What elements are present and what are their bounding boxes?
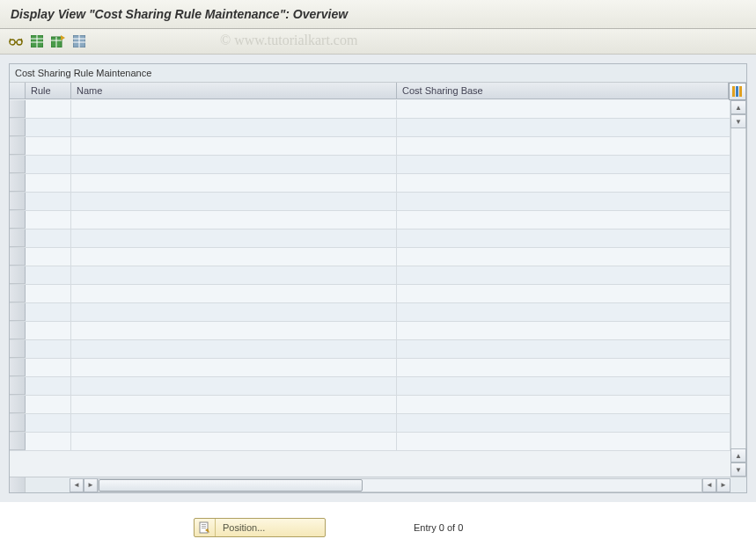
cell-base[interactable] (397, 211, 730, 229)
row-selector-header[interactable] (10, 83, 26, 98)
row-selector[interactable] (10, 414, 26, 432)
row-selector[interactable] (10, 285, 26, 302)
cell-base[interactable] (397, 229, 730, 247)
table-row[interactable] (10, 322, 730, 340)
row-selector[interactable] (10, 137, 26, 155)
row-selector[interactable] (10, 193, 26, 210)
cell-name[interactable] (71, 211, 397, 229)
cell-base[interactable] (397, 396, 730, 413)
cell-rule[interactable] (26, 137, 71, 155)
display-change-button[interactable] (7, 33, 25, 50)
table-row[interactable] (10, 266, 730, 285)
cell-name[interactable] (71, 156, 397, 173)
table-row[interactable] (10, 119, 730, 137)
position-button[interactable]: Position... (194, 518, 326, 537)
cell-base[interactable] (397, 119, 730, 136)
table-row[interactable] (10, 193, 730, 211)
table-row[interactable] (10, 100, 730, 119)
cell-name[interactable] (71, 340, 397, 358)
cell-rule[interactable] (26, 396, 71, 413)
scroll-down-button-bottom[interactable]: ▼ (730, 463, 746, 477)
cell-name[interactable] (71, 359, 397, 376)
cell-base[interactable] (397, 414, 730, 432)
cell-rule[interactable] (26, 119, 71, 136)
cell-rule[interactable] (26, 414, 71, 432)
cell-name[interactable] (71, 433, 397, 450)
cell-name[interactable] (71, 303, 397, 321)
cell-name[interactable] (71, 322, 397, 339)
cell-base[interactable] (397, 156, 730, 173)
row-selector[interactable] (10, 359, 26, 376)
table-row[interactable] (10, 303, 730, 322)
deselect-all-button[interactable] (49, 33, 67, 50)
cell-name[interactable] (71, 137, 397, 155)
scroll-left-end-button[interactable]: ◄ (702, 478, 716, 492)
table-row[interactable] (10, 285, 730, 303)
cell-base[interactable] (397, 266, 730, 284)
cell-rule[interactable] (26, 340, 71, 358)
cell-rule[interactable] (26, 229, 71, 247)
table-settings-button[interactable] (729, 83, 746, 100)
cell-rule[interactable] (26, 174, 71, 192)
row-selector[interactable] (10, 248, 26, 266)
cell-base[interactable] (397, 303, 730, 321)
table-row[interactable] (10, 137, 730, 156)
cell-name[interactable] (71, 414, 397, 432)
cell-name[interactable] (71, 266, 397, 284)
cell-base[interactable] (397, 100, 730, 118)
cell-base[interactable] (397, 285, 730, 302)
table-row[interactable] (10, 156, 730, 174)
cell-rule[interactable] (26, 156, 71, 173)
scroll-left-button[interactable]: ◄ (70, 478, 84, 492)
row-selector[interactable] (10, 211, 26, 229)
horizontal-scrollbar-thumb[interactable] (99, 479, 363, 492)
cell-base[interactable] (397, 433, 730, 450)
cell-name[interactable] (71, 229, 397, 247)
scroll-up-button[interactable]: ▲ (730, 100, 746, 114)
scroll-right-end-button[interactable]: ► (716, 478, 730, 492)
scroll-right-button[interactable]: ► (84, 478, 98, 492)
column-header-base[interactable]: Cost Sharing Base (397, 83, 729, 98)
column-header-rule[interactable]: Rule (26, 83, 71, 98)
row-selector[interactable] (10, 100, 26, 118)
cell-base[interactable] (397, 359, 730, 376)
cell-name[interactable] (71, 285, 397, 302)
cell-rule[interactable] (26, 359, 71, 376)
cell-base[interactable] (397, 137, 730, 155)
cell-base[interactable] (397, 248, 730, 266)
row-selector[interactable] (10, 322, 26, 339)
cell-rule[interactable] (26, 433, 71, 450)
cell-name[interactable] (71, 100, 397, 118)
row-selector[interactable] (10, 433, 26, 450)
row-selector[interactable] (10, 396, 26, 413)
row-selector[interactable] (10, 229, 26, 247)
row-selector[interactable] (10, 174, 26, 192)
vertical-scrollbar[interactable] (730, 128, 746, 448)
row-selector[interactable] (10, 156, 26, 173)
cell-rule[interactable] (26, 193, 71, 210)
cell-rule[interactable] (26, 248, 71, 266)
cell-rule[interactable] (26, 100, 71, 118)
cell-base[interactable] (397, 193, 730, 210)
scroll-up-button-bottom[interactable]: ▲ (730, 448, 746, 463)
cell-rule[interactable] (26, 285, 71, 302)
cell-base[interactable] (397, 377, 730, 395)
cell-rule[interactable] (26, 322, 71, 339)
cell-base[interactable] (397, 322, 730, 339)
scroll-down-button[interactable]: ▼ (730, 114, 746, 128)
cell-rule[interactable] (26, 377, 71, 395)
row-selector[interactable] (10, 303, 26, 321)
cell-name[interactable] (71, 193, 397, 210)
cell-name[interactable] (71, 396, 397, 413)
table-row[interactable] (10, 396, 730, 414)
print-button[interactable] (70, 33, 88, 50)
table-row[interactable] (10, 433, 730, 451)
table-row[interactable] (10, 174, 730, 193)
table-row[interactable] (10, 359, 730, 377)
table-row[interactable] (10, 211, 730, 229)
horizontal-scrollbar[interactable] (98, 478, 702, 492)
row-selector[interactable] (10, 119, 26, 136)
table-row[interactable] (10, 377, 730, 396)
row-selector[interactable] (10, 266, 26, 284)
column-header-name[interactable]: Name (71, 83, 397, 98)
